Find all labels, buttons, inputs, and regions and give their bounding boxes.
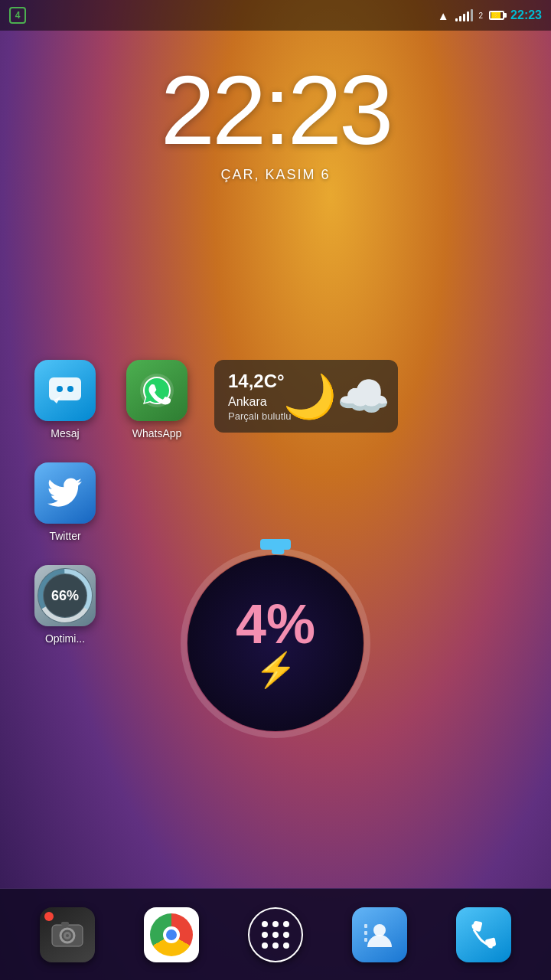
battery-widget[interactable]: 4% ⚡	[176, 544, 375, 743]
twitter-label: Twitter	[49, 530, 80, 542]
clock-time: 22:23	[0, 61, 551, 159]
battery-percent: 4%	[236, 596, 315, 652]
dock	[0, 888, 551, 980]
camera-red-dot	[44, 912, 54, 921]
clock-widget: 22:23 ÇAR, KASIM 6	[0, 61, 551, 183]
twitter-icon	[34, 462, 96, 524]
whatsapp-label: WhatsApp	[132, 427, 182, 439]
apps-dot-8	[272, 942, 279, 949]
signal-bar-5	[471, 9, 473, 21]
signal-bar-4	[467, 11, 469, 21]
signal-bar-1	[455, 18, 458, 21]
dock-chrome[interactable]	[144, 907, 199, 962]
signal-bar-3	[463, 14, 465, 21]
chrome-center	[163, 926, 180, 943]
weather-icon-area: 🌙☁️	[283, 371, 390, 422]
status-bar: 4 ▲ 2 ⚡ 22:23	[0, 0, 551, 31]
battery-inner: 4% ⚡	[187, 555, 364, 731]
apps-dot-1	[262, 921, 268, 927]
apps-dot-9	[283, 942, 289, 949]
app-row-1: Mesaj WhatsApp 14,2C° Ankara Parçalı bul…	[31, 360, 520, 439]
svg-rect-17	[61, 922, 69, 926]
battery-icon: ⚡	[489, 11, 504, 20]
svg-text:66%: 66%	[51, 588, 79, 603]
battery-status: ⚡	[489, 11, 504, 20]
apps-dot-3	[283, 921, 289, 927]
contacts-svg	[363, 918, 396, 952]
camera-svg	[51, 918, 84, 952]
wifi-icon: ▲	[438, 9, 449, 22]
svg-point-1	[57, 386, 63, 392]
apps-dot-2	[272, 921, 279, 927]
svg-point-18	[373, 924, 386, 936]
signal-bars	[455, 9, 473, 21]
apps-dot-7	[262, 942, 268, 949]
mesaj-svg	[46, 371, 84, 410]
svg-rect-20	[364, 931, 367, 935]
dock-all-apps[interactable]	[248, 907, 303, 962]
chrome-inner	[150, 913, 193, 956]
notification-count: 4	[9, 7, 26, 24]
bolt-icon: ⚡	[493, 12, 500, 18]
svg-point-2	[67, 386, 73, 392]
phone-svg	[467, 918, 500, 952]
mesaj-icon	[34, 360, 96, 421]
dock-contacts[interactable]	[352, 907, 407, 962]
weather-emoji: 🌙☁️	[283, 372, 390, 420]
mesaj-label: Mesaj	[51, 427, 79, 439]
dock-phone[interactable]	[456, 907, 511, 962]
dock-camera[interactable]	[40, 907, 95, 962]
battery-circle-container: 4% ⚡	[176, 544, 375, 743]
status-right: ▲ 2 ⚡ 22:23	[438, 8, 542, 22]
svg-point-16	[66, 934, 69, 937]
twitter-svg	[46, 474, 84, 512]
whatsapp-svg	[137, 371, 177, 410]
svg-rect-19	[364, 924, 367, 928]
apps-dot-6	[283, 932, 289, 938]
optimizer-icon: 66%	[34, 565, 96, 626]
app-optimizer[interactable]: 66% Optimi...	[31, 565, 99, 645]
battery-fill: ⚡	[491, 12, 500, 18]
optimizer-label: Optimi...	[45, 632, 85, 645]
app-whatsapp[interactable]: WhatsApp	[122, 360, 191, 439]
app-row-2: Twitter	[31, 462, 520, 542]
app-mesaj[interactable]: Mesaj	[31, 360, 99, 439]
apps-dot-4	[262, 932, 268, 938]
sim-indicator: 2	[479, 11, 484, 20]
svg-rect-0	[49, 377, 81, 400]
battery-connector	[260, 539, 291, 550]
app-twitter[interactable]: Twitter	[31, 462, 99, 542]
clock-date: ÇAR, KASIM 6	[0, 167, 551, 183]
status-left: 4	[9, 7, 26, 24]
status-time: 22:23	[510, 8, 542, 22]
svg-rect-21	[364, 938, 367, 942]
whatsapp-icon	[126, 360, 187, 421]
battery-bolt-icon: ⚡	[255, 650, 297, 690]
apps-grid	[259, 918, 292, 952]
apps-dot-5	[272, 932, 279, 938]
signal-bar-2	[459, 16, 461, 21]
weather-widget[interactable]: 14,2C° Ankara Parçalı bulutlu 🌙☁️	[214, 360, 398, 433]
optimizer-svg: 66%	[34, 565, 96, 626]
